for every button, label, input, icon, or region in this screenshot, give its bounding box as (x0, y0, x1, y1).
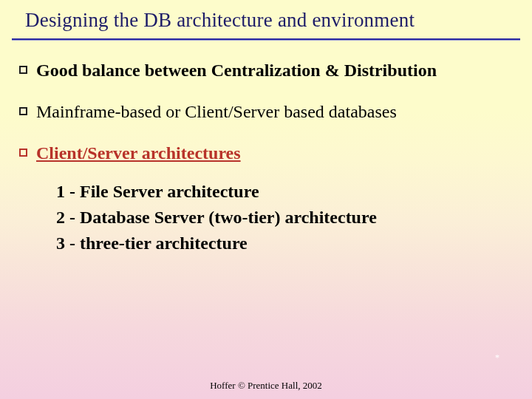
sublist-item: 2 - Database Server (two-tier) architect… (56, 205, 513, 231)
page-marker: * (495, 352, 499, 364)
bullet-text: Mainframe-based or Client/Server based d… (36, 100, 397, 123)
sublist-item: 3 - three-tier architecture (56, 231, 513, 256)
footer-text: Hoffer © Prentice Hall, 2002 (0, 380, 532, 392)
bullet-item: Good balance between Centralization & Di… (19, 59, 513, 81)
slide-title: Designing the DB architecture and enviro… (0, 0, 532, 32)
slide: Designing the DB architecture and enviro… (0, 0, 532, 399)
square-bullet-icon (19, 149, 27, 157)
sublist-item: 1 - File Server architecture (56, 179, 513, 205)
content-area: Good balance between Centralization & Di… (19, 59, 513, 256)
bullet-item: Mainframe-based or Client/Server based d… (19, 100, 513, 123)
square-bullet-icon (19, 107, 27, 115)
square-bullet-icon (19, 66, 27, 74)
bullet-text: Client/Server architectures (36, 142, 241, 164)
sublist: 1 - File Server architecture 2 - Databas… (56, 179, 513, 256)
bullet-text: Good balance between Centralization & Di… (36, 59, 437, 81)
title-underline (12, 38, 520, 41)
bullet-item: Client/Server architectures (19, 142, 513, 164)
